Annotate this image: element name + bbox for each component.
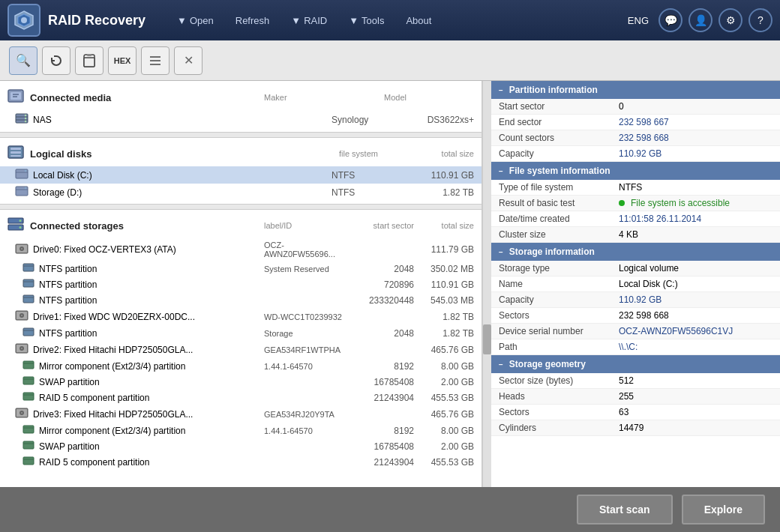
- heads-row: Heads 255: [491, 389, 780, 405]
- account-button[interactable]: 👤: [688, 8, 712, 32]
- svg-point-32: [20, 226, 22, 229]
- storage-geometry-header: − Storage geometry: [491, 355, 780, 373]
- capacity-storage-row: Capacity 110.92 GB: [491, 292, 780, 308]
- menu-open[interactable]: ▼ Open: [168, 10, 223, 31]
- svg-rect-4: [84, 58, 94, 67]
- svg-rect-10: [10, 92, 21, 100]
- drive3-raid5[interactable]: RAID 5 component partition 21243904 455.…: [0, 454, 482, 470]
- drive1-icon: [15, 310, 28, 323]
- separator-1: [0, 132, 482, 138]
- svg-point-52: [21, 348, 22, 349]
- drive0-ntfs3[interactable]: NTFS partition 233320448 545.03 MB: [0, 292, 482, 308]
- hex-tool-button[interactable]: HEX: [108, 46, 136, 75]
- clipboard-tool-button[interactable]: [75, 46, 104, 75]
- drive0-item[interactable]: Drive0: Fixed OCZ-VERTEX3 (ATA) OCZ-AWNZ…: [0, 238, 482, 261]
- language-selector[interactable]: ENG: [628, 15, 649, 26]
- start-scan-button[interactable]: Start scan: [577, 495, 673, 525]
- svg-rect-47: [23, 328, 34, 336]
- sectors-storage-row: Sectors 232 598 668: [491, 308, 780, 324]
- drive1-ntfs1[interactable]: NTFS partition Storage 2048 1.82 TB: [0, 325, 482, 341]
- ntfs-partition-icon-4: [22, 327, 34, 339]
- sector-size-row: Sector size (bytes) 512: [491, 373, 780, 389]
- menu-raid[interactable]: ▼ RAID: [282, 10, 336, 31]
- svg-point-17: [25, 118, 26, 119]
- right-panel: − Partition information Start sector 0 E…: [491, 81, 780, 487]
- raid5-partition-icon: [22, 392, 34, 403]
- filesystem-info-header: − File system information: [491, 162, 780, 180]
- cluster-size-row: Cluster size 4 KB: [491, 227, 780, 243]
- menu-raid-arrow: ▼: [291, 15, 301, 26]
- svg-rect-53: [23, 361, 34, 369]
- drive3-mirror1[interactable]: Mirror component (Ext2/3/4) partition 1.…: [0, 423, 482, 438]
- svg-point-62: [21, 412, 22, 414]
- svg-rect-63: [23, 426, 34, 433]
- nas-item[interactable]: NAS Synology DS3622xs+: [0, 110, 482, 129]
- messages-button[interactable]: 💬: [658, 8, 682, 32]
- drive0-ntfs1[interactable]: NTFS partition System Reserved 2048 350.…: [0, 261, 482, 276]
- scrollbar-thumb[interactable]: [483, 324, 491, 354]
- svg-rect-57: [23, 393, 34, 400]
- mirror-partition-icon-2: [22, 425, 34, 436]
- storage-collapse-icon[interactable]: −: [499, 248, 503, 256]
- search-tool-button[interactable]: 🔍: [9, 46, 38, 75]
- svg-point-31: [20, 220, 22, 222]
- settings-button[interactable]: ⚙: [718, 8, 742, 32]
- svg-rect-20: [10, 148, 21, 150]
- storage-info-header: − Storage information: [491, 243, 780, 261]
- drive3-icon: [15, 408, 28, 420]
- storage-d-item[interactable]: Storage (D:) NTFS 1.82 TB: [0, 184, 482, 201]
- bottom-bar: Start scan Explore: [0, 487, 780, 532]
- svg-rect-5: [87, 54, 92, 56]
- datetime-row: Date/time created 11:01:58 26.11.2014: [491, 211, 780, 227]
- svg-point-36: [21, 248, 22, 250]
- menu-refresh[interactable]: Refresh: [226, 10, 279, 31]
- svg-point-2: [21, 17, 27, 23]
- help-button[interactable]: ?: [748, 8, 772, 32]
- drive0-ntfs2[interactable]: NTFS partition 720896 110.91 GB: [0, 276, 482, 292]
- mirror-partition-icon: [22, 360, 34, 372]
- storage-type-row: Storage type Logical volume: [491, 261, 780, 276]
- ntfs-partition-icon-3: [22, 294, 34, 306]
- drive2-mirror1[interactable]: Mirror component (Ext2/3/4) partition 1.…: [0, 358, 482, 374]
- svg-rect-22: [10, 155, 21, 157]
- refresh-tool-button[interactable]: [42, 46, 70, 75]
- path-row: Path \\.\C:: [491, 339, 780, 355]
- drive3-swap1[interactable]: SWAP partition 16785408 2.00 GB: [0, 438, 482, 454]
- left-panel: Connected media Maker Model NAS Synology…: [0, 81, 482, 487]
- swap-partition-icon-2: [22, 441, 34, 452]
- menu-bar: ▼ Open Refresh ▼ RAID ▼ Tools About: [168, 10, 628, 31]
- title-right-controls: ENG 💬 👤 ⚙ ?: [628, 8, 772, 32]
- serial-number-row: Device serial number OCZ-AWNZ0FW55696C1V…: [491, 324, 780, 339]
- partition-collapse-icon[interactable]: −: [499, 86, 503, 94]
- geometry-collapse-icon[interactable]: −: [499, 360, 503, 369]
- list-tool-button[interactable]: [141, 46, 170, 75]
- app-title: RAID Recovery: [48, 13, 146, 28]
- drive2-icon: [15, 343, 28, 356]
- menu-tools[interactable]: ▼ Tools: [340, 10, 393, 31]
- raid5-partition-icon-2: [22, 456, 34, 468]
- fs-type-row: Type of file system NTFS: [491, 180, 780, 196]
- connected-media-icon: [8, 89, 24, 106]
- title-bar: RAID Recovery ▼ Open Refresh ▼ RAID ▼ To…: [0, 0, 780, 40]
- connected-storages-header: Connected storages label/ID start sector…: [0, 213, 482, 238]
- drive2-item[interactable]: Drive2: Fixed Hitachi HDP725050GLA... GE…: [0, 341, 482, 358]
- explore-button[interactable]: Explore: [682, 495, 765, 525]
- start-sector-row: Start sector 0: [491, 99, 780, 115]
- partition-info-header: − Partition information: [491, 81, 780, 99]
- connected-media-header: Connected media Maker Model: [0, 85, 482, 110]
- nas-icon: [15, 112, 28, 127]
- drive1-item[interactable]: Drive1: Fixed WDC WD20EZRX-00DC... WD-WC…: [0, 308, 482, 325]
- filesystem-collapse-icon[interactable]: −: [499, 167, 503, 175]
- left-scrollbar[interactable]: [482, 81, 491, 487]
- ntfs-partition-icon-2: [22, 279, 34, 290]
- menu-about[interactable]: About: [397, 10, 440, 31]
- drive2-swap1[interactable]: SWAP partition 16785408 2.00 GB: [0, 374, 482, 390]
- toolbar: 🔍 HEX ✕: [0, 40, 780, 81]
- storage-d-icon: [15, 186, 28, 199]
- close-tool-button[interactable]: ✕: [174, 46, 202, 75]
- svg-point-25: [25, 170, 26, 172]
- svg-rect-21: [10, 151, 21, 154]
- drive2-raid5[interactable]: RAID 5 component partition 21243904 455.…: [0, 390, 482, 405]
- drive3-item[interactable]: Drive3: Fixed Hitachi HDP725050GLA... GE…: [0, 405, 482, 423]
- local-disk-c-item[interactable]: Local Disk (C:) NTFS 110.91 GB: [0, 166, 482, 184]
